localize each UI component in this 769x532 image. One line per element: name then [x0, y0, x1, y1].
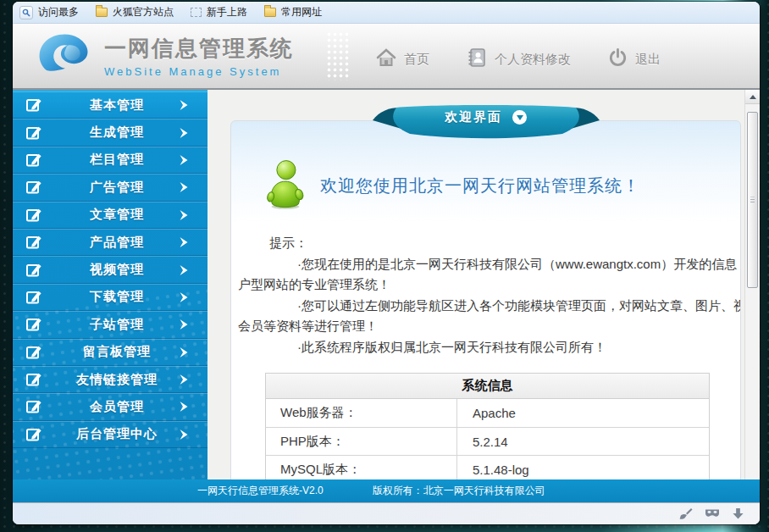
folder-icon: [264, 8, 276, 17]
system-info-title: 系统信息: [266, 374, 709, 399]
browser-status-bar: [13, 502, 760, 524]
collapse-toggle[interactable]: [512, 110, 527, 125]
vertical-scrollbar[interactable]: [744, 90, 760, 479]
row-label: Web服务器：: [266, 399, 457, 427]
chevron-right-icon: [179, 264, 189, 276]
bookmarks-toolbar: 访问最多 火狐官方站点 新手上路 常用网址: [13, 2, 760, 24]
edit-icon: [25, 97, 42, 114]
bookmark-common-sites[interactable]: 常用网址: [264, 5, 322, 19]
tip-line: 会员等资料等进行管理！: [238, 316, 740, 337]
edit-icon: [25, 426, 42, 443]
app-subtitle: WebSite Manage System: [104, 65, 294, 78]
app-title: 一网信息管理系统: [104, 34, 294, 64]
bookmark-getting-started[interactable]: 新手上路: [191, 5, 247, 19]
page-footer: 一网天行信息管理系统-V2.0 版权所有：北京一网天行科技有限公司: [13, 479, 760, 502]
edit-icon: [25, 344, 42, 361]
chevron-right-icon: [179, 429, 189, 441]
table-row: MySQL版本： 5.1.48-log: [266, 455, 709, 479]
header-nav: 首页 个人资料修改 退出: [376, 47, 661, 71]
download-icon[interactable]: [732, 507, 744, 520]
profile-icon: [467, 47, 487, 71]
sidebar-item-subsites[interactable]: 子站管理: [13, 311, 207, 338]
chevron-right-icon: [179, 291, 189, 303]
row-label: PHP版本：: [266, 428, 457, 455]
chevron-right-icon: [179, 181, 189, 193]
sidebar-item-products[interactable]: 产品管理: [13, 229, 207, 256]
scroll-up-icon: [750, 95, 756, 99]
bookmark-label: 新手上路: [207, 5, 247, 19]
nav-profile-label: 个人资料修改: [495, 52, 571, 68]
nav-logout[interactable]: 退出: [608, 48, 661, 71]
edit-icon: [25, 371, 42, 388]
sidebar-item-downloads[interactable]: 下载管理: [13, 284, 207, 311]
sidebar-item-videos[interactable]: 视频管理: [13, 256, 207, 283]
sidebar-item-basic[interactable]: 基本管理: [13, 91, 207, 119]
sidebar-item-guestbook[interactable]: 留言板管理: [13, 339, 207, 366]
chevron-right-icon: [179, 154, 189, 166]
chevron-right-icon: [179, 127, 189, 139]
sidebar-item-generate[interactable]: 生成管理: [13, 119, 207, 146]
app-header: 一网信息管理系统 WebSite Manage System 首页 个人资料修改: [13, 24, 760, 90]
mask-icon[interactable]: [705, 508, 720, 519]
sidebar-item-members[interactable]: 会员管理: [13, 393, 207, 420]
footer-copyright: 版权所有：北京一网天行科技有限公司: [373, 484, 545, 498]
chevron-down-icon: [517, 115, 523, 120]
user-avatar-icon: [263, 158, 306, 213]
nav-home-label: 首页: [404, 52, 429, 68]
sidebar-item-friendly-links[interactable]: 友情链接管理: [13, 366, 207, 393]
table-row: PHP版本： 5.2.14: [266, 427, 709, 455]
row-value: Apache: [457, 399, 709, 427]
bookmark-most-visited[interactable]: 访问最多: [19, 5, 79, 19]
sidebar-menu: 基本管理 生成管理 栏目管理 广告管理 文章管理: [13, 90, 207, 479]
browser-window: 访问最多 火狐官方站点 新手上路 常用网址: [13, 2, 760, 524]
power-icon: [608, 48, 628, 71]
bookmark-label: 火狐官方站点: [113, 5, 174, 19]
edit-icon: [25, 262, 42, 279]
banner-title: 欢迎界面: [445, 109, 502, 125]
chevron-right-icon: [179, 209, 189, 221]
chevron-right-icon: [179, 401, 189, 413]
edit-icon: [25, 398, 42, 415]
brush-icon[interactable]: [678, 507, 693, 520]
system-info-table: 系统信息 Web服务器： Apache PHP版本： 5.2.14 MySQL版…: [265, 373, 710, 479]
footer-product: 一网天行信息管理系统-V2.0: [197, 484, 324, 498]
welcome-heading: 欢迎您使用北京一网天行网站管理系统！: [320, 175, 640, 197]
chevron-right-icon: [179, 236, 189, 248]
edit-icon: [25, 289, 42, 306]
bookmark-label: 访问最多: [38, 5, 79, 19]
edit-icon: [25, 234, 42, 251]
home-icon: [376, 48, 396, 70]
logo-icon: [36, 30, 94, 81]
welcome-panel: 欢迎界面: [230, 120, 741, 479]
nav-home[interactable]: 首页: [376, 48, 429, 70]
row-label: MySQL版本：: [266, 456, 457, 479]
nav-profile-edit[interactable]: 个人资料修改: [467, 47, 571, 71]
content-area: 欢迎界面: [207, 90, 760, 479]
sidebar-item-admin-center[interactable]: 后台管理中心: [13, 421, 207, 448]
folder-icon: [96, 8, 108, 17]
bookmark-label: 常用网址: [281, 5, 322, 19]
tip-line: ·您现在使用的是北京一网天行科技有限公司（www.ewangtx.com）开发的…: [297, 254, 740, 275]
logo-text: 一网信息管理系统 WebSite Manage System: [104, 34, 294, 78]
chevron-right-icon: [179, 99, 189, 111]
chevron-right-icon: [179, 346, 189, 358]
sidebar-item-articles[interactable]: 文章管理: [13, 202, 207, 229]
dot-pattern-decoration: [326, 31, 349, 80]
welcome-banner: 欢迎界面: [371, 103, 601, 141]
sidebar-item-columns[interactable]: 栏目管理: [13, 147, 207, 174]
chevron-right-icon: [179, 374, 189, 385]
tip-line: ·此系统程序版权归属北京一网天行科技有限公司所有！: [297, 337, 740, 358]
edit-icon: [25, 152, 42, 169]
edit-icon: [25, 179, 42, 196]
sidebar-item-ads[interactable]: 广告管理: [13, 174, 207, 201]
edit-icon: [25, 125, 42, 141]
scroll-up-button[interactable]: [745, 90, 760, 104]
chevron-right-icon: [179, 319, 189, 330]
most-visited-icon: [19, 6, 33, 19]
scrollbar-thumb[interactable]: [747, 112, 758, 288]
tip-line: 户型网站的专业管理系统！: [238, 274, 740, 296]
table-row: Web服务器： Apache: [266, 399, 709, 427]
tips-block: 提示： ·您现在使用的是北京一网天行科技有限公司（www.ewangtx.com…: [231, 233, 740, 357]
bookmark-firefox-official[interactable]: 火狐官方站点: [96, 5, 174, 19]
logo: 一网信息管理系统 WebSite Manage System: [13, 30, 349, 81]
